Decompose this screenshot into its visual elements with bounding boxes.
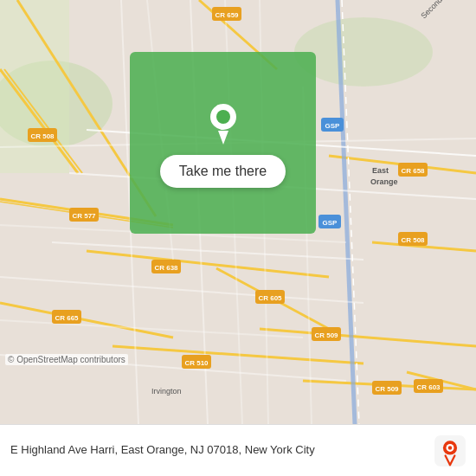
svg-text:CR 605: CR 605 [258, 294, 282, 302]
location-highlight-box: Take me there [130, 52, 316, 234]
svg-text:CR 510: CR 510 [184, 359, 209, 367]
svg-text:CR 603: CR 603 [416, 383, 441, 391]
svg-text:GSP: GSP [325, 122, 341, 130]
svg-text:East: East [372, 166, 389, 175]
location-pin-icon [204, 98, 242, 146]
svg-text:CR 509: CR 509 [375, 385, 399, 393]
osm-credit: © OpenStreetMap contributors [5, 354, 128, 365]
svg-text:GSP: GSP [323, 219, 338, 227]
map-container: East Orange Irvington CR 659 CR 508 CR 5… [0, 0, 476, 424]
bottom-bar: E Highland Ave Harri, East Orange, NJ 07… [0, 424, 476, 476]
svg-text:CR 659: CR 659 [215, 11, 239, 19]
take-me-there-button[interactable]: Take me there [160, 155, 286, 188]
svg-text:Orange: Orange [370, 177, 398, 186]
svg-text:CR 509: CR 509 [314, 331, 338, 339]
moovit-logo [434, 435, 466, 466]
moovit-icon [434, 435, 466, 466]
svg-text:CR 638: CR 638 [154, 264, 178, 272]
address-text: E Highland Ave Harri, East Orange, NJ 07… [10, 442, 426, 458]
svg-marker-69 [218, 131, 228, 145]
svg-text:Irvington: Irvington [151, 387, 182, 396]
svg-point-73 [448, 446, 453, 450]
svg-text:CR 577: CR 577 [72, 212, 96, 220]
svg-text:CR 508: CR 508 [401, 236, 425, 244]
svg-text:CR 658: CR 658 [401, 167, 425, 175]
svg-text:CR 508: CR 508 [30, 132, 55, 140]
svg-text:CR 665: CR 665 [55, 314, 79, 322]
